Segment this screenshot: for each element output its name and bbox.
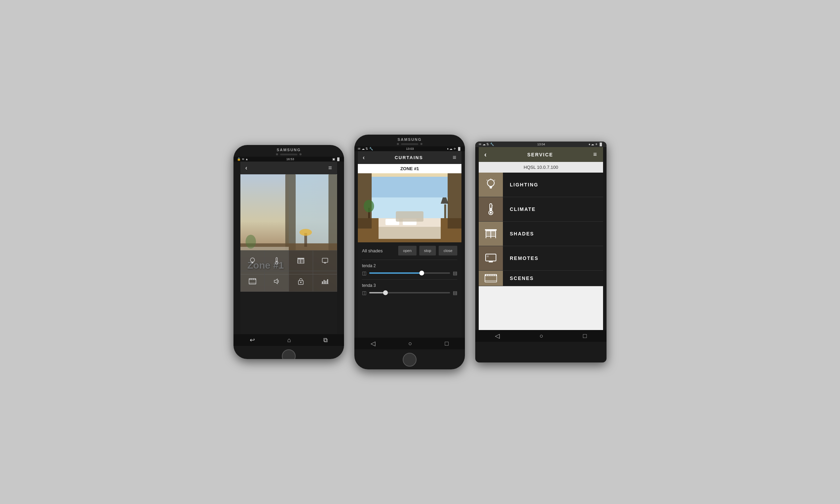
grid-remotes[interactable] bbox=[313, 250, 337, 271]
menu-icon-3[interactable]: ≡ bbox=[593, 151, 598, 158]
curtains-title: CURTAINS bbox=[395, 155, 423, 160]
icon-grid bbox=[240, 250, 337, 292]
tenda-3-slider-row: ◫ ▤ bbox=[362, 290, 457, 295]
phone-1-top: SAMSUNG bbox=[233, 145, 344, 157]
service-item-shades[interactable]: SHADES bbox=[479, 222, 603, 246]
tenda-2-slider-row: ◫ ▤ bbox=[362, 270, 457, 276]
home-nav-3[interactable]: ○ bbox=[540, 332, 543, 340]
status-right-3: ♦ ☁ ✈ ▐▌ bbox=[589, 143, 603, 146]
svg-rect-53 bbox=[489, 186, 492, 187]
recent-nav-2[interactable]: □ bbox=[445, 340, 449, 347]
phone-1-camera bbox=[276, 153, 302, 155]
open-button[interactable]: open bbox=[398, 246, 416, 255]
svg-line-57 bbox=[487, 180, 487, 181]
home-button-2[interactable] bbox=[403, 353, 417, 367]
service-item-lighting[interactable]: LIGHTING bbox=[479, 173, 603, 197]
grid-scenes[interactable] bbox=[240, 271, 265, 292]
svg-rect-47 bbox=[396, 211, 423, 222]
svg-rect-18 bbox=[298, 259, 304, 263]
svg-rect-39 bbox=[448, 173, 461, 229]
menu-icon-1[interactable]: ≡ bbox=[328, 164, 332, 172]
back-icon-1[interactable]: ‹ bbox=[245, 164, 248, 172]
divider-2 bbox=[362, 279, 457, 280]
svg-point-61 bbox=[490, 212, 492, 214]
svg-rect-41 bbox=[372, 177, 448, 197]
svg-rect-24 bbox=[250, 279, 250, 280]
tenda-3-slider[interactable] bbox=[369, 292, 450, 293]
svg-rect-54 bbox=[490, 187, 492, 188]
home-button-1[interactable] bbox=[282, 349, 296, 359]
tenda-3-row: tenda 3 ◫ ▤ bbox=[362, 283, 457, 295]
curtains-svg bbox=[358, 173, 461, 242]
lighting-icon-box bbox=[479, 173, 503, 197]
svg-rect-76 bbox=[487, 274, 488, 276]
recent-nav-3[interactable]: □ bbox=[583, 332, 587, 340]
back-nav-1[interactable]: ↩ bbox=[250, 336, 255, 344]
service-subtitle: HQSL 10.0.7.100 bbox=[479, 162, 603, 173]
phone-2-screen: ‹ CURTAINS ≡ ZONE #1 bbox=[358, 151, 461, 338]
svg-rect-33 bbox=[325, 281, 326, 284]
svg-line-56 bbox=[494, 180, 495, 181]
service-item-climate[interactable]: CLIMATE bbox=[479, 197, 603, 222]
back-icon-3[interactable]: ‹ bbox=[484, 151, 487, 158]
phone-3-bottom-nav: ◁ ○ □ bbox=[475, 330, 607, 342]
phone-2-brand: SAMSUNG bbox=[398, 137, 422, 142]
film-icon bbox=[249, 278, 256, 284]
sensor-dot bbox=[299, 153, 302, 155]
status-left-3: ✉ ☁ ⇅ 🔧 bbox=[479, 143, 494, 146]
slider-thumb-3[interactable] bbox=[383, 290, 388, 295]
tenda-2-slider[interactable] bbox=[369, 272, 450, 274]
home-nav-2[interactable]: ○ bbox=[408, 340, 412, 347]
grid-lock[interactable] bbox=[289, 271, 313, 292]
recent-nav-1[interactable]: ⧉ bbox=[323, 337, 328, 344]
svg-rect-13 bbox=[276, 261, 277, 263]
svg-rect-9 bbox=[251, 262, 254, 263]
grid-audio[interactable] bbox=[265, 271, 289, 292]
grid-climate[interactable] bbox=[265, 250, 289, 271]
status-time-2: 13:03 bbox=[406, 147, 414, 151]
status-time-1: 16:53 bbox=[286, 157, 294, 161]
service-title: SERVICE bbox=[527, 152, 553, 157]
phone-1: SAMSUNG 🔒 ≋ ▲ 16:53 ▣ ▐▌ ‹ ≡ bbox=[233, 145, 344, 359]
grid-energy[interactable] bbox=[313, 271, 337, 292]
svg-rect-34 bbox=[327, 279, 328, 284]
speaker-icon bbox=[274, 278, 280, 284]
svg-rect-25 bbox=[251, 279, 252, 280]
svg-rect-80 bbox=[496, 274, 497, 276]
menu-icon-2[interactable]: ≡ bbox=[452, 154, 457, 161]
slider-thumb-2[interactable] bbox=[419, 271, 424, 275]
phone-2-camera bbox=[397, 143, 422, 145]
svg-rect-1 bbox=[285, 174, 296, 250]
thermometer-service-icon bbox=[487, 203, 494, 215]
home-nav-1[interactable]: ⌂ bbox=[287, 337, 291, 344]
status-left-1: 🔒 ≋ ▲ bbox=[237, 157, 248, 161]
status-right-2: ♦ ☁ ✈ ▐▌ bbox=[447, 147, 461, 151]
back-nav-2[interactable]: ◁ bbox=[371, 340, 375, 347]
svg-rect-50 bbox=[444, 204, 446, 218]
phone-speaker bbox=[280, 154, 297, 155]
back-nav-3[interactable]: ◁ bbox=[495, 332, 500, 340]
grid-lighting[interactable] bbox=[240, 250, 265, 271]
shade-left-icon: ◫ bbox=[362, 270, 366, 276]
svg-rect-71 bbox=[487, 255, 489, 257]
lighting-label: LIGHTING bbox=[503, 182, 538, 187]
thermometer-icon bbox=[274, 257, 279, 264]
shade-left-icon-3: ◫ bbox=[362, 290, 366, 295]
sensor-dot-2 bbox=[420, 143, 422, 145]
scenes-service-icon bbox=[485, 274, 497, 282]
svg-rect-79 bbox=[494, 274, 495, 276]
service-item-remotes[interactable]: REMOTES bbox=[479, 246, 603, 271]
phone-3: ✉ ☁ ⇅ 🔧 13:04 ♦ ☁ ✈ ▐▌ ‹ SERVICE ≡ HQSL … bbox=[475, 142, 607, 362]
service-list: LIGHTING CLIMATE bbox=[479, 173, 603, 286]
phone-1-bottom-nav: ↩ ⌂ ⧉ bbox=[233, 334, 344, 346]
shade-right-icon: ▤ bbox=[453, 270, 457, 276]
stop-button[interactable]: stop bbox=[419, 246, 436, 255]
service-item-scenes[interactable]: SCENES bbox=[479, 271, 603, 286]
back-icon-2[interactable]: ‹ bbox=[363, 154, 365, 161]
close-button[interactable]: close bbox=[439, 246, 457, 255]
phone-2-bottom bbox=[354, 349, 465, 369]
status-time-3: 13:04 bbox=[537, 143, 545, 146]
phone-1-brand: SAMSUNG bbox=[277, 148, 301, 152]
grid-shades[interactable] bbox=[289, 250, 313, 271]
phone-1-bottom bbox=[233, 346, 344, 359]
